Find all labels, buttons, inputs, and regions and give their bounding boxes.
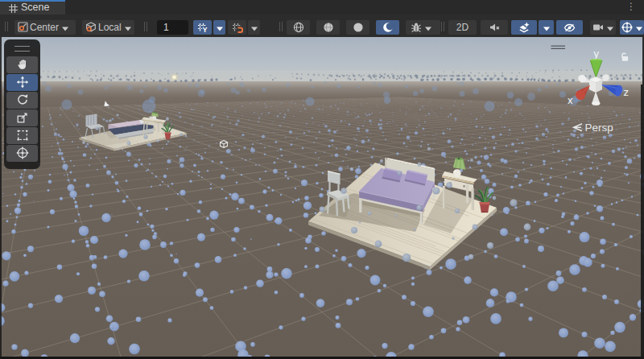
svg-text:x: x [568, 94, 573, 106]
svg-text:Y: Y [202, 26, 207, 34]
svg-text:y: y [594, 47, 600, 60]
svg-text:Persp: Persp [585, 122, 613, 134]
svg-text:z: z [624, 86, 630, 98]
